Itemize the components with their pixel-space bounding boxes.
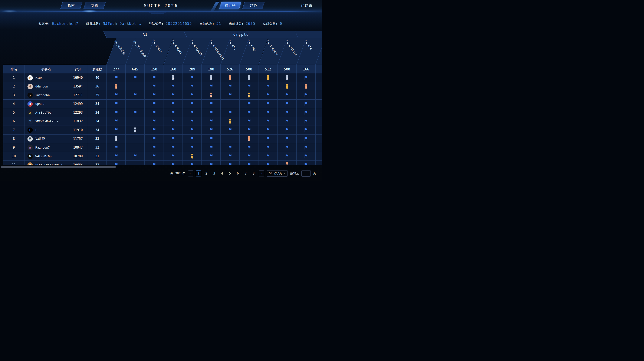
player-cell[interactable]: BBing Chilling A… <box>24 161 68 165</box>
flag-icon <box>171 128 175 133</box>
flag-icon <box>114 145 118 150</box>
solve-cell <box>164 108 183 117</box>
header-score: 得分 <box>68 65 88 73</box>
user-info-item: 参赛者:Hackerchen7 <box>38 21 78 26</box>
solve-cell <box>144 100 164 108</box>
horizontal-scrollbar-thumb[interactable] <box>1 166 116 168</box>
flag-icon <box>228 110 232 115</box>
solve-cell <box>259 126 278 134</box>
user-info-item: 当前名次:51 <box>200 21 221 26</box>
table-row: 9RRainbow71084732 <box>3 143 322 152</box>
solve-cell <box>183 82 202 91</box>
solve-cell <box>221 161 240 165</box>
avatar: B <box>28 162 33 165</box>
score-cell: 12293 <box>68 108 88 117</box>
flag-icon <box>304 119 308 124</box>
flag-icon <box>247 154 251 159</box>
flag-icon <box>266 110 270 115</box>
gold-medal-icon: 1 <box>266 75 270 80</box>
category-row: AICrypto <box>106 31 322 38</box>
page-button-4[interactable]: 4 <box>219 170 225 176</box>
player-cell[interactable]: 00psu3 <box>24 100 68 108</box>
page-button-7[interactable]: 7 <box>243 170 248 176</box>
solve-cell <box>107 73 126 82</box>
nav-tab-趋势[interactable]: 趋势 <box>242 2 264 9</box>
flag-icon <box>209 128 213 133</box>
player-cell[interactable]: RRainbow7 <box>24 143 68 152</box>
solve-cell <box>183 117 202 126</box>
flag-icon <box>285 101 289 106</box>
solve-cell: 2 <box>164 73 183 82</box>
solve-cell <box>126 152 144 160</box>
page-button-2[interactable]: 2 <box>204 170 209 176</box>
leaderboard-page: 指南赛题 SUCTF 2026 排行榜趋势 已结束 参赛者:Hackerchen… <box>0 0 322 180</box>
solve-cell <box>297 152 316 160</box>
solve-cell: 2 <box>107 134 126 143</box>
svg-text:2: 2 <box>286 77 288 80</box>
solve-cell <box>278 117 297 126</box>
svg-text:1: 1 <box>248 95 250 97</box>
table-row: 3▲infobahn127113531 <box>3 91 322 100</box>
flag-icon <box>190 75 194 80</box>
silver-medal-icon: 2 <box>247 75 251 80</box>
player-cell[interactable]: WW4terDr0p <box>24 152 68 160</box>
solve-cell <box>221 143 240 152</box>
flag-icon <box>285 110 289 115</box>
flag-icon <box>171 119 175 124</box>
page-button-1[interactable]: 1 <box>196 170 201 176</box>
svg-text:2: 2 <box>210 77 212 80</box>
flag-icon <box>171 136 175 141</box>
solve-cell <box>202 126 221 134</box>
avatar: 0 <box>28 101 33 107</box>
player-cell[interactable]: LL <box>24 126 68 134</box>
flag-icon <box>190 101 194 106</box>
player-cell[interactable]: AArr3stY0u <box>24 108 68 117</box>
rank-cell: 10 <box>4 152 24 160</box>
player-cell[interactable]: ▲infobahn <box>24 91 68 99</box>
page-button-6[interactable]: 6 <box>235 170 241 176</box>
bronze-medal-icon: 3 <box>209 93 213 98</box>
svg-text:2: 2 <box>116 138 117 141</box>
next-page-button[interactable]: > <box>259 170 264 176</box>
player-cell[interactable]: ddda_com <box>24 82 68 91</box>
player-name: W4terDr0p <box>35 155 52 158</box>
flag-icon <box>228 145 232 150</box>
solve-cell <box>107 108 126 117</box>
solve-cell <box>240 126 258 134</box>
page-button-5[interactable]: 5 <box>227 170 233 176</box>
jump-page-input[interactable] <box>301 170 311 177</box>
solve-cell <box>164 134 183 143</box>
page-button-8[interactable]: 8 <box>251 170 256 176</box>
solve-cell <box>183 134 202 143</box>
header-challenge-points: 645 <box>126 65 144 73</box>
player-name: L <box>35 128 37 132</box>
page-size-select[interactable]: 50 条/页 ∨ <box>267 170 288 177</box>
solve-cell <box>316 100 322 108</box>
page-button-3[interactable]: 3 <box>212 170 217 176</box>
header-challenge-points <box>316 65 322 73</box>
player-cell[interactable]: 雷lz雷泽 <box>24 134 68 143</box>
solve-cell <box>202 100 221 108</box>
solve-cell: 2 <box>126 126 144 134</box>
solve-cell <box>107 161 126 165</box>
player-cell[interactable]: XXMCVE-Polaris <box>24 117 68 126</box>
solve-cell <box>240 117 258 126</box>
nav-tab-排行榜[interactable]: 排行榜 <box>219 2 241 9</box>
flag-icon <box>209 119 213 124</box>
solve-cell <box>259 108 278 117</box>
bronze-medal-icon: 3 <box>228 75 232 80</box>
solve-cell <box>202 161 221 165</box>
solve-cell <box>144 73 164 82</box>
player-cell[interactable]: FF1ux <box>24 73 68 82</box>
info-value: 0 <box>280 21 282 26</box>
score-cell: 11757 <box>68 134 88 143</box>
flag-icon <box>190 93 194 98</box>
gold-medal-icon: 1 <box>228 119 232 124</box>
prev-page-button[interactable]: < <box>188 170 193 176</box>
score-cell: 12711 <box>68 91 88 99</box>
player-name: Arr3stY0u <box>35 111 52 114</box>
solved-cell: 34 <box>88 126 107 134</box>
rank-cell: 5 <box>4 108 24 117</box>
solve-cell <box>183 108 202 117</box>
solve-cell <box>278 91 297 99</box>
